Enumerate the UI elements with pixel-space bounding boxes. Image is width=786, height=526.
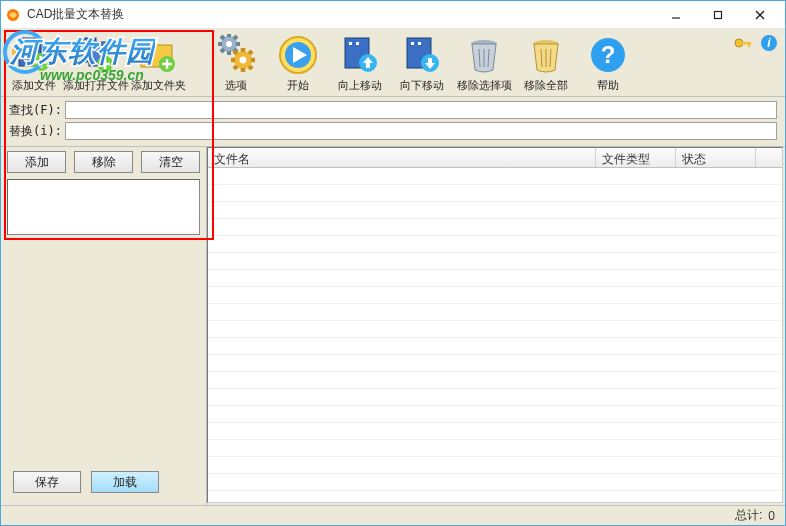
- search-area: 查找(F): 替换(i):: [1, 97, 785, 147]
- statusbar: 总计: 0: [1, 505, 785, 525]
- file-list-pane: 文件名 文件类型 状态: [207, 147, 783, 503]
- grid-header: 文件名 文件类型 状态: [208, 148, 782, 168]
- svg-line-34: [249, 66, 252, 69]
- svg-line-35: [234, 66, 237, 69]
- svg-rect-13: [94, 46, 97, 49]
- toolbar-remove-all[interactable]: 移除全部: [517, 32, 575, 94]
- toolbar-options[interactable]: 选项: [207, 32, 265, 94]
- svg-point-57: [735, 39, 743, 47]
- svg-line-33: [234, 51, 237, 54]
- titlebar: CAD批量文本替换: [1, 1, 785, 29]
- col-filetype[interactable]: 文件类型: [596, 148, 676, 167]
- svg-line-26: [234, 36, 237, 39]
- load-button[interactable]: 加载: [91, 471, 159, 493]
- info-icon[interactable]: i: [759, 33, 779, 53]
- svg-rect-59: [748, 42, 750, 47]
- toolbar-add-file[interactable]: 添加文件: [5, 32, 63, 94]
- maximize-button[interactable]: [697, 4, 739, 26]
- col-filename[interactable]: 文件名: [208, 148, 596, 167]
- toolbar-start[interactable]: 开始: [269, 32, 327, 94]
- add-file-icon: [13, 34, 55, 76]
- svg-rect-41: [356, 42, 359, 45]
- close-button[interactable]: [739, 4, 781, 26]
- minimize-button[interactable]: [655, 4, 697, 26]
- grid-body[interactable]: [208, 168, 782, 502]
- replace-input[interactable]: [65, 122, 777, 140]
- add-folder-icon: [137, 34, 179, 76]
- toolbar-label: 添加文件: [12, 78, 56, 93]
- help-icon: ?: [587, 34, 629, 76]
- toolbar: 添加文件 添加打开文件 添加文件夹 选项 开始 向上移动 向下移动: [1, 29, 785, 97]
- window-title: CAD批量文本替换: [27, 6, 655, 23]
- app-icon: [5, 7, 21, 23]
- toolbar-label: 选项: [225, 78, 247, 93]
- status-total-value: 0: [768, 509, 775, 523]
- toolbar-move-up[interactable]: 向上移动: [331, 32, 389, 94]
- replace-list-buttons: 添加 移除 清空: [7, 151, 200, 173]
- toolbar-label: 向上移动: [338, 78, 382, 93]
- save-load-row: 保存 加载: [7, 467, 200, 501]
- svg-rect-44: [411, 42, 414, 45]
- toolbar-label: 帮助: [597, 78, 619, 93]
- find-row: 查找(F):: [9, 101, 777, 119]
- toolbar-move-down[interactable]: 向下移动: [393, 32, 451, 94]
- replace-row: 替换(i):: [9, 122, 777, 140]
- play-icon: [277, 34, 319, 76]
- svg-line-23: [221, 36, 224, 39]
- status-total-label: 总计:: [735, 507, 762, 524]
- svg-rect-2: [715, 11, 722, 18]
- key-icon[interactable]: [733, 33, 753, 53]
- trash-icon: [463, 34, 505, 76]
- toolbar-label: 向下移动: [400, 78, 444, 93]
- toolbar-add-folder[interactable]: 添加文件夹: [129, 32, 187, 94]
- toolbar-label: 开始: [287, 78, 309, 93]
- toolbar-right: i: [733, 33, 779, 53]
- replace-label: 替换(i):: [9, 123, 63, 140]
- app-window: CAD批量文本替换 添加文件 添加打开文件 添加文件夹 选项 开始: [0, 0, 786, 526]
- replace-listbox[interactable]: [7, 179, 200, 235]
- toolbar-remove-selected[interactable]: 移除选择项: [455, 32, 513, 94]
- svg-text:?: ?: [601, 41, 616, 68]
- save-button[interactable]: 保存: [13, 471, 81, 493]
- remove-button[interactable]: 移除: [74, 151, 133, 173]
- find-input[interactable]: [65, 101, 777, 119]
- svg-line-25: [221, 49, 224, 52]
- svg-rect-14: [100, 46, 103, 49]
- find-label: 查找(F):: [9, 102, 63, 119]
- svg-line-36: [249, 51, 252, 54]
- clear-button[interactable]: 清空: [141, 151, 200, 173]
- toolbar-label: 移除选择项: [457, 78, 512, 93]
- toolbar-add-open-file[interactable]: 添加打开文件: [67, 32, 125, 94]
- svg-point-18: [226, 41, 232, 47]
- svg-rect-40: [349, 42, 352, 45]
- col-status[interactable]: 状态: [676, 148, 756, 167]
- svg-rect-45: [418, 42, 421, 45]
- table-row: [208, 168, 782, 185]
- move-up-icon: [339, 34, 381, 76]
- add-button[interactable]: 添加: [7, 151, 66, 173]
- body-area: 添加 移除 清空 保存 加载 文件名 文件类型 状态: [1, 147, 785, 505]
- trash-gold-icon: [525, 34, 567, 76]
- toolbar-help[interactable]: ? 帮助: [579, 32, 637, 94]
- gear-icon: [215, 34, 257, 76]
- toolbar-label: 移除全部: [524, 78, 568, 93]
- svg-point-28: [240, 56, 247, 63]
- window-buttons: [655, 4, 781, 26]
- left-pane: 添加 移除 清空 保存 加载: [1, 147, 207, 505]
- toolbar-label: 添加文件夹: [131, 78, 186, 93]
- add-open-file-icon: [75, 34, 117, 76]
- toolbar-label: 添加打开文件: [63, 78, 129, 93]
- move-down-icon: [401, 34, 443, 76]
